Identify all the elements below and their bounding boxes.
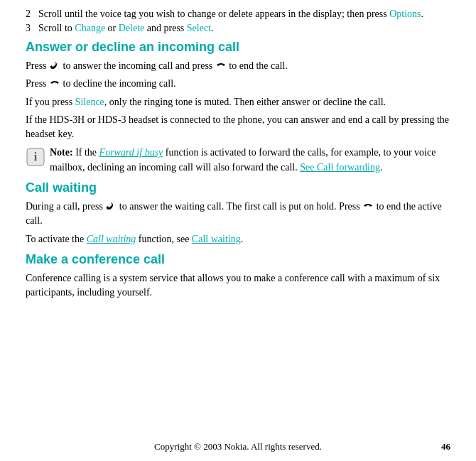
section2-para1: During a call, press to answer the waiti… xyxy=(26,200,450,229)
footer-page-num: 46 xyxy=(441,441,450,452)
list-text-3-c: and press xyxy=(144,23,187,33)
phone-end-icon-2 xyxy=(49,78,60,88)
svg-text:i: i xyxy=(34,151,38,163)
para1-mid: to answer the incoming call and press xyxy=(63,60,215,71)
section3-para1: Conference calling is a system service t… xyxy=(26,271,450,300)
list-text-3-b: or xyxy=(105,23,119,33)
section2-para2: To activate the Call waiting function, s… xyxy=(26,232,450,246)
list-text-2: Scroll until the voice tag you wish to c… xyxy=(38,9,450,20)
list-num-2: 2 xyxy=(26,9,38,20)
list-item-2: 2 Scroll until the voice tag you wish to… xyxy=(26,9,450,20)
phone-answer-icon-2 xyxy=(105,201,117,211)
section1-para1: Press to answer the incoming call and pr… xyxy=(26,59,450,73)
page: 2 Scroll until the voice tag you wish to… xyxy=(0,0,476,461)
section2-heading: Call waiting xyxy=(26,180,450,195)
select-link[interactable]: Select xyxy=(187,23,211,33)
section3-heading: Make a conference call xyxy=(26,252,450,267)
phone-end-icon-3 xyxy=(362,201,374,211)
options-link[interactable]: Options xyxy=(389,9,421,19)
footer-copyright: Copyright © 2003 Nokia. All rights reser… xyxy=(0,441,476,452)
phone-end-icon xyxy=(215,60,227,70)
silence-link[interactable]: Silence xyxy=(75,97,104,107)
phone-answer-icon xyxy=(49,60,60,70)
para1-before: Press xyxy=(26,60,47,71)
note-bold: Note: xyxy=(50,147,73,158)
note-icon: i xyxy=(26,147,45,167)
para2-before: Press xyxy=(26,78,47,89)
delete-link[interactable]: Delete xyxy=(119,23,145,33)
section1-para4: If the HDS-3H or HDS-3 headset is connec… xyxy=(26,113,450,142)
section1-heading: Answer or decline an incoming call xyxy=(26,40,450,55)
list-text-3-d: . xyxy=(211,23,214,33)
forward-if-busy-link[interactable]: Forward if busy xyxy=(99,147,163,158)
list-item-3: 3 Scroll to Change or Delete and press S… xyxy=(26,23,450,34)
section1-para2: Press to decline the incoming call. xyxy=(26,77,450,91)
see-call-forwarding-link[interactable]: See Call forwarding xyxy=(300,162,380,173)
para1-after: to end the call. xyxy=(229,60,287,71)
call-waiting-link1[interactable]: Call waiting xyxy=(87,234,136,244)
note-text1: If the xyxy=(75,147,99,158)
list-text-3: Scroll to Change or Delete and press Sel… xyxy=(38,23,450,34)
list-text-2-before: Scroll until the voice tag you wish to c… xyxy=(38,9,389,19)
list-text-3-a: Scroll to xyxy=(38,23,75,33)
call-waiting-link2[interactable]: Call waiting xyxy=(192,234,241,244)
list-text-2-after: . xyxy=(421,9,424,19)
note-text3: . xyxy=(380,162,383,173)
note-box: i Note: If the Forward if busy function … xyxy=(26,146,450,175)
list-num-3: 3 xyxy=(26,23,38,34)
note-text: Note: If the Forward if busy function is… xyxy=(50,146,450,175)
para2-after: to decline the incoming call. xyxy=(63,78,176,89)
change-link[interactable]: Change xyxy=(75,23,105,33)
section1-para3: If you press Silence, only the ringing t… xyxy=(26,95,450,109)
